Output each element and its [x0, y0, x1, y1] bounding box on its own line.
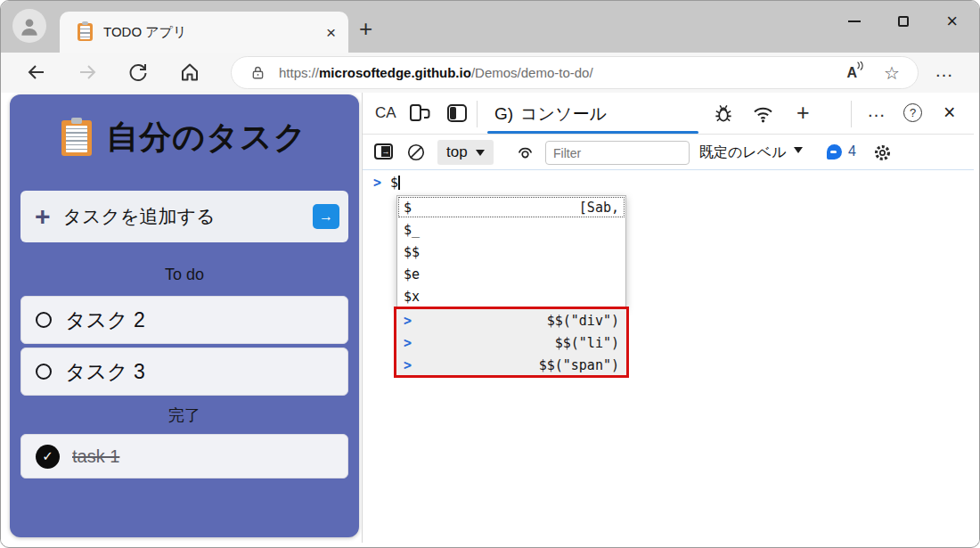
read-aloud-icon[interactable]: A — [847, 65, 858, 81]
task-checked-icon[interactable]: ✓ — [36, 445, 60, 469]
browser-window: TODO アプリ × + × ht — [0, 0, 980, 548]
forward-icon[interactable] — [77, 61, 98, 83]
console-tab-icon: G) — [494, 104, 513, 124]
console-history-item[interactable]: > $$("div") — [396, 309, 626, 331]
check-mark-icon: ✓ — [42, 448, 53, 464]
url-host: microsoftedge.github.io — [319, 65, 471, 80]
arrow-right-icon: → — [319, 209, 333, 225]
todo-app-panel: 自分のタスク + タスクを追加する → To do タスク 2 タスク 3 完了… — [10, 94, 359, 537]
task-unchecked-circle-icon[interactable] — [36, 364, 52, 380]
lock-icon[interactable] — [249, 64, 266, 81]
filter-input[interactable] — [545, 141, 690, 165]
autocomplete-item[interactable]: $$ — [397, 241, 625, 263]
history-chevron: > — [404, 335, 412, 351]
console-tab-label: コンソール — [520, 102, 607, 126]
task-item[interactable]: タスク 2 — [20, 296, 348, 344]
todo-title: 自分のタスク — [106, 116, 306, 159]
task-label: タスク 3 — [65, 358, 145, 386]
task-item[interactable]: タスク 3 — [20, 348, 348, 396]
new-tab-button[interactable]: + — [359, 15, 372, 43]
autocomplete-label: $ — [404, 200, 412, 216]
history-command: $$("span") — [539, 357, 619, 373]
divider — [477, 101, 478, 127]
clipboard-icon — [61, 120, 92, 156]
console-prompt[interactable]: > $ — [373, 175, 400, 191]
browser-tab-todo-app[interactable]: TODO アプリ × — [60, 12, 348, 53]
inspect-element-icon[interactable]: CA — [375, 104, 396, 122]
log-levels-dropdown[interactable]: 既定のレベル — [699, 143, 787, 162]
history-command: $$("div") — [547, 313, 619, 329]
history-command: $$("li") — [555, 335, 619, 351]
network-wifi-icon[interactable] — [752, 103, 774, 124]
more-tabs-icon[interactable]: + — [796, 100, 810, 126]
section-title-todo: To do — [10, 266, 359, 284]
text-caret — [398, 176, 400, 190]
plus-icon: + — [35, 203, 51, 230]
tab-favicon-clipboard-icon — [78, 23, 93, 41]
context-selector-label: top — [446, 143, 468, 161]
browser-navbar: https://microsoftedge.github.io/Demos/de… — [1, 53, 980, 93]
task-label: タスク 2 — [65, 307, 145, 334]
devtools-menu-icon[interactable]: … — [867, 100, 886, 121]
devtools-close-icon[interactable]: × — [943, 102, 955, 123]
chevron-down-icon[interactable] — [794, 147, 803, 153]
add-task-input[interactable]: + タスクを追加する → — [20, 191, 348, 242]
autocomplete-item[interactable]: $x — [397, 285, 625, 307]
live-expression-eye-icon[interactable] — [515, 143, 535, 162]
devtools-tabbar: CA G) コンソール — [363, 93, 974, 135]
console-prompt-chevron: > — [373, 175, 381, 191]
console-sidebar-icon[interactable]: → — [374, 143, 393, 159]
bug-debug-icon[interactable] — [713, 103, 734, 124]
messages-bubble-icon[interactable] — [827, 144, 842, 159]
console-autocomplete-dropdown: $ [Sab, $_ $$ $e $x — [396, 195, 626, 308]
url-text: https://microsoftedge.github.io/Demos/de… — [279, 65, 847, 80]
back-icon[interactable] — [26, 61, 47, 83]
home-icon[interactable] — [179, 61, 200, 83]
window-minimize-button[interactable] — [848, 20, 861, 22]
chevron-down-icon — [476, 150, 485, 156]
profile-avatar[interactable] — [12, 9, 46, 43]
add-task-placeholder: タスクを追加する — [63, 204, 313, 229]
autocomplete-item[interactable]: $e — [397, 263, 625, 285]
tab-close-icon[interactable]: × — [326, 24, 336, 41]
context-selector-dropdown[interactable]: top — [437, 140, 494, 165]
page-content: 自分のタスク + タスクを追加する → To do タスク 2 タスク 3 完了… — [1, 93, 980, 543]
history-chevron: > — [404, 313, 412, 329]
section-title-done: 完了 — [10, 405, 359, 426]
console-input-value: $ — [390, 175, 400, 191]
help-icon[interactable]: ? — [903, 103, 922, 122]
reload-icon[interactable] — [127, 61, 149, 83]
divider — [851, 101, 852, 127]
autocomplete-item[interactable]: $_ — [397, 218, 625, 241]
activity-bar-panel-icon[interactable] — [446, 103, 468, 123]
console-history-item[interactable]: > $$("span") — [396, 354, 626, 376]
url-scheme: https:// — [279, 65, 319, 80]
history-chevron: > — [404, 357, 412, 373]
tab-title: TODO アプリ — [103, 24, 326, 41]
devtools-tab-console[interactable]: G) コンソール — [486, 93, 616, 135]
address-bar[interactable]: https://microsoftedge.github.io/Demos/de… — [231, 56, 919, 89]
console-history-item[interactable]: > $$("li") — [396, 331, 626, 354]
autocomplete-detail: [Sab, — [579, 200, 619, 216]
device-emulation-icon[interactable] — [409, 103, 431, 123]
devtools-panel: CA G) コンソール — [362, 93, 974, 543]
active-tab-underline — [487, 131, 698, 134]
clear-console-icon[interactable] — [406, 143, 426, 162]
window-close-button[interactable]: × — [946, 12, 958, 31]
add-task-submit-button[interactable]: → — [313, 204, 339, 229]
console-toolbar: → top 既定のレベル 4 — [363, 135, 974, 170]
message-count: 4 — [848, 143, 856, 159]
sound-waves-icon — [856, 61, 865, 72]
url-path: /Demos/demo-to-do/ — [471, 65, 593, 80]
task-item-done[interactable]: ✓ task 1 — [20, 434, 348, 478]
autocomplete-item-selected[interactable]: $ [Sab, — [397, 196, 625, 218]
browser-menu-icon[interactable]: … — [935, 60, 954, 81]
task-label-done: task 1 — [72, 446, 119, 467]
settings-gear-icon[interactable] — [872, 143, 893, 163]
tab-strip: TODO アプリ × + × — [1, 1, 980, 53]
window-maximize-button[interactable] — [898, 16, 909, 27]
person-icon — [18, 14, 41, 37]
todo-header: 自分のタスク — [10, 116, 359, 159]
task-unchecked-circle-icon[interactable] — [36, 312, 52, 328]
favorite-star-icon[interactable]: ☆ — [884, 62, 900, 84]
